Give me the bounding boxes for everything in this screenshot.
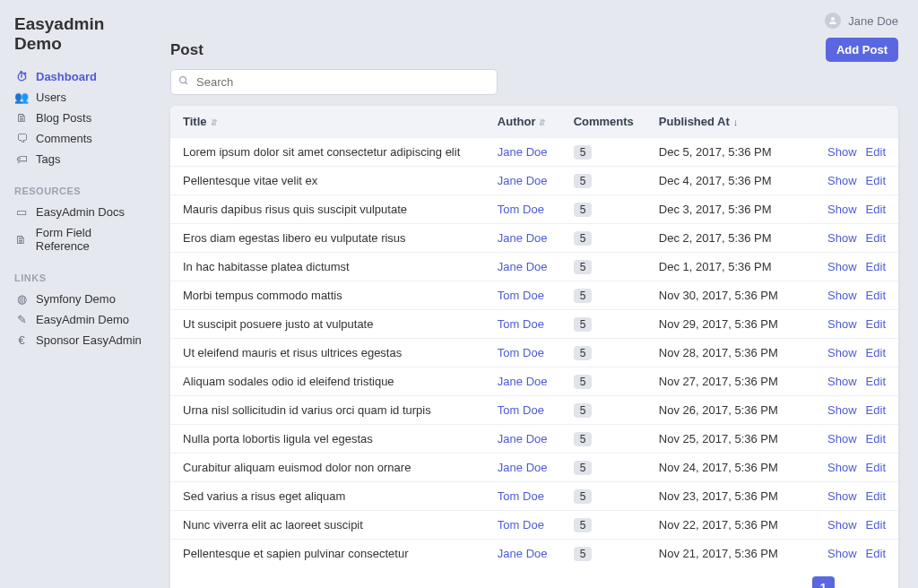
user-avatar-icon[interactable]: [825, 13, 841, 29]
col-header-title[interactable]: Title⇵: [170, 106, 485, 138]
edit-link[interactable]: Edit: [866, 231, 886, 245]
edit-link[interactable]: Edit: [866, 317, 886, 331]
cell-author[interactable]: Jane Doe: [485, 454, 561, 482]
cell-date: Dec 1, 2017, 5:36 PM: [646, 253, 806, 281]
cell-title: Urna nisl sollicitudin id varius orci qu…: [170, 396, 485, 425]
sidebar-item-dashboard[interactable]: ⏱Dashboard: [14, 66, 147, 87]
show-link[interactable]: Show: [827, 289, 857, 302]
show-link[interactable]: Show: [827, 260, 857, 273]
show-link[interactable]: Show: [827, 518, 857, 532]
show-link[interactable]: Show: [827, 317, 857, 331]
table-row: Aliquam sodales odio id eleifend tristiq…: [170, 368, 898, 396]
show-link[interactable]: Show: [827, 375, 857, 388]
table-row: Curabitur aliquam euismod dolor non orna…: [170, 454, 898, 482]
edit-link[interactable]: Edit: [866, 289, 886, 302]
cell-date: Nov 29, 2017, 5:36 PM: [646, 310, 806, 339]
cell-author[interactable]: Jane Doe: [485, 224, 561, 253]
cell-author[interactable]: Tom Doe: [485, 482, 561, 511]
cell-title: Aliquam sodales odio id eleifend tristiq…: [170, 368, 485, 396]
sidebar-item-form-field-reference[interactable]: 🗎Form Field Reference: [14, 222, 147, 256]
cell-actions: ShowEdit: [806, 224, 898, 253]
sidebar-item-symfony-demo[interactable]: ◍Symfony Demo: [14, 289, 147, 309]
show-link[interactable]: Show: [827, 346, 857, 359]
main-content: Jane Doe Post Add Post Title⇵ Author⇵ Co…: [158, 0, 918, 588]
cell-title: Curabitur aliquam euismod dolor non orna…: [170, 454, 485, 482]
cell-author[interactable]: Tom Doe: [485, 281, 561, 310]
show-link[interactable]: Show: [827, 432, 857, 445]
cell-author[interactable]: Tom Doe: [485, 396, 561, 425]
search-input[interactable]: [170, 69, 498, 95]
users-icon: 👥: [14, 91, 29, 104]
cell-author[interactable]: Tom Doe: [485, 310, 561, 339]
cell-actions: ShowEdit: [806, 253, 898, 281]
add-post-button[interactable]: Add Post: [826, 38, 898, 62]
speedometer-icon: ⏱: [14, 70, 29, 83]
edit-link[interactable]: Edit: [866, 403, 886, 417]
search-container: [170, 69, 898, 95]
show-link[interactable]: Show: [827, 547, 857, 560]
sidebar-item-label: Blog Posts: [36, 111, 91, 125]
tag-icon: 🏷: [14, 152, 29, 166]
cell-author[interactable]: Tom Doe: [485, 339, 561, 368]
sidebar-item-label: Symfony Demo: [36, 292, 116, 306]
cell-author[interactable]: Jane Doe: [485, 425, 561, 454]
col-header-comments[interactable]: Comments: [561, 106, 646, 138]
cell-author[interactable]: Jane Doe: [485, 368, 561, 396]
edit-link[interactable]: Edit: [866, 432, 886, 445]
user-name[interactable]: Jane Doe: [848, 14, 898, 28]
show-link[interactable]: Show: [827, 231, 857, 245]
edit-link[interactable]: Edit: [866, 375, 886, 388]
cell-author[interactable]: Tom Doe: [485, 195, 561, 224]
show-link[interactable]: Show: [827, 145, 857, 159]
cell-author[interactable]: Jane Doe: [485, 540, 561, 568]
edit-link[interactable]: Edit: [866, 174, 886, 187]
sidebar: Easyadmin Demo ⏱Dashboard👥Users🗎Blog Pos…: [0, 0, 158, 588]
edit-link[interactable]: Edit: [866, 489, 886, 503]
cell-date: Dec 3, 2017, 5:36 PM: [646, 195, 806, 224]
cell-actions: ShowEdit: [806, 281, 898, 310]
cell-comments: 5: [561, 253, 646, 281]
cell-title: Ut suscipit posuere justo at vulputate: [170, 310, 485, 339]
show-link[interactable]: Show: [827, 461, 857, 474]
table-row: Pellentesque et sapien pulvinar consecte…: [170, 540, 898, 568]
sidebar-item-comments[interactable]: 🗨Comments: [14, 128, 147, 149]
svg-point-1: [180, 77, 186, 83]
show-link[interactable]: Show: [827, 203, 857, 216]
table-row: Ut eleifend mauris et risus ultrices ege…: [170, 339, 898, 368]
resources-heading: RESOURCES: [14, 186, 147, 196]
page-1-button[interactable]: 1: [812, 576, 835, 588]
cell-comments: 5: [561, 195, 646, 224]
edit-link[interactable]: Edit: [866, 461, 886, 474]
cell-author[interactable]: Tom Doe: [485, 511, 561, 540]
cell-title: In hac habitasse platea dictumst: [170, 253, 485, 281]
sidebar-item-tags[interactable]: 🏷Tags: [14, 149, 147, 169]
edit-link[interactable]: Edit: [866, 346, 886, 359]
table-row: Eros diam egestas libero eu vulputate ri…: [170, 224, 898, 253]
edit-link[interactable]: Edit: [866, 260, 886, 273]
cell-author[interactable]: Jane Doe: [485, 167, 561, 195]
cell-date: Nov 21, 2017, 5:36 PM: [646, 540, 806, 568]
sidebar-item-sponsor-easyadmin[interactable]: €Sponsor EasyAdmin: [14, 330, 147, 350]
sort-icon: ⇵: [539, 118, 546, 127]
edit-link[interactable]: Edit: [866, 203, 886, 216]
show-link[interactable]: Show: [827, 403, 857, 417]
edit-link[interactable]: Edit: [866, 518, 886, 532]
edit-link[interactable]: Edit: [866, 547, 886, 560]
table-row: Nunc viverra elit ac laoreet suscipitTom…: [170, 511, 898, 540]
cell-date: Nov 26, 2017, 5:36 PM: [646, 396, 806, 425]
cell-title: Eros diam egestas libero eu vulputate ri…: [170, 224, 485, 253]
col-header-author[interactable]: Author⇵: [485, 106, 561, 138]
sidebar-item-easyadmin-demo[interactable]: ✎EasyAdmin Demo: [14, 309, 147, 330]
col-header-published[interactable]: Published At↓: [646, 106, 806, 138]
sidebar-item-easyadmin-docs[interactable]: ▭EasyAdmin Docs: [14, 202, 147, 222]
cell-author[interactable]: Jane Doe: [485, 253, 561, 281]
edit-link[interactable]: Edit: [866, 145, 886, 159]
cell-author[interactable]: Jane Doe: [485, 138, 561, 167]
cell-actions: ShowEdit: [806, 540, 898, 568]
sidebar-item-blog-posts[interactable]: 🗎Blog Posts: [14, 108, 147, 128]
sidebar-item-users[interactable]: 👥Users: [14, 87, 147, 108]
show-link[interactable]: Show: [827, 174, 857, 187]
show-link[interactable]: Show: [827, 489, 857, 503]
comments-icon: 🗨: [14, 132, 29, 145]
cell-comments: 5: [561, 425, 646, 454]
